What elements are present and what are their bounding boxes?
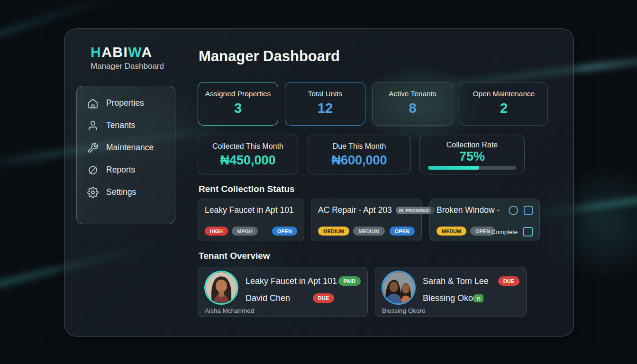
collection-progress-fill <box>428 166 479 170</box>
sidebar-item-label: Tenants <box>106 120 135 130</box>
brand-subtitle: Manager Dashboard <box>91 62 164 71</box>
stat-card-collected-this-month[interactable]: Collected This Month ₦450,000 <box>198 135 298 174</box>
stat-label: Collection Rate <box>420 141 524 149</box>
sidebar-item-label: Maintenance <box>106 143 154 153</box>
stat-label: Assigned Properties <box>198 90 278 98</box>
status-badge: OPEN <box>390 227 415 236</box>
maintenance-card[interactable]: AC Repair - Apt 203 IN_PROGRESS MEDIUM M… <box>311 199 422 241</box>
stat-card-total-units[interactable]: Total Units 12 <box>285 82 365 126</box>
category-badge: MPGH <box>232 227 258 236</box>
sidebar-item-label: Settings <box>106 187 136 197</box>
maintenance-title: AC Repair - Apt 203 <box>318 205 392 215</box>
stat-card-collection-rate[interactable]: Collection Rate 75% <box>419 135 525 174</box>
circle-outline-icon <box>509 206 518 215</box>
report-icon <box>87 164 99 176</box>
priority-badge: MEDIUM <box>318 227 349 236</box>
gear-icon <box>87 187 99 198</box>
priority-badge: HIGH <box>205 227 228 236</box>
user-icon <box>87 120 99 131</box>
square-outline-icon <box>524 206 533 215</box>
wrench-icon <box>87 142 99 154</box>
collection-progress-bar <box>428 166 516 170</box>
avatar-image-couple <box>383 272 414 303</box>
maintenance-title: Broken Window - <box>437 205 500 215</box>
maintenance-card[interactable]: Leaky Faucet in Apt 101 HIGH MPGH OPEN <box>198 199 304 241</box>
tenant-row-text: Blessing Okor <box>423 293 476 303</box>
progress-tag: IN_PROGRESS <box>396 207 435 214</box>
brand-name: HABIWA <box>91 44 164 60</box>
avatar-image-woman <box>206 272 237 303</box>
complete-checkbox[interactable] <box>523 227 533 237</box>
tenant-row-text: Leaky Faucet in Apt 101 <box>246 276 337 286</box>
stat-card-due-this-month[interactable]: Due This Month ₦600,000 <box>308 135 411 174</box>
stat-value: 12 <box>285 100 365 116</box>
stat-value: 3 <box>198 100 278 116</box>
home-icon <box>87 98 99 109</box>
sidebar-item-properties[interactable]: Properties <box>77 92 175 114</box>
status-badge: OPEN <box>272 227 297 236</box>
stat-value: 2 <box>460 100 547 116</box>
page-title: Manager Dashboard <box>199 48 340 65</box>
stat-label: Due This Month <box>308 142 410 151</box>
priority-badge: MEDUM <box>437 227 466 236</box>
stat-value: ₦600,000 <box>308 153 410 168</box>
stat-label: Total Units <box>285 90 365 98</box>
stat-card-open-maintenance[interactable]: Open Maintenance 2 <box>460 82 548 126</box>
stat-value: 8 <box>373 100 453 116</box>
sidebar: Properties Tenants Maintenance Reports <box>76 86 175 224</box>
sidebar-item-label: Properties <box>106 98 144 108</box>
tenant-card[interactable]: Leaky Faucet in Apt 101 PAID David Chen … <box>198 267 368 317</box>
maintenance-title: Leaky Faucet in Apt 101 <box>205 205 294 215</box>
dashboard-panel: HABIWA Manager Dashboard Properties Tena… <box>64 28 574 337</box>
paid-badge: PAID <box>338 276 361 286</box>
due-badge: DUE <box>313 293 334 303</box>
sidebar-item-maintenance[interactable]: Maintenance <box>77 136 175 159</box>
sidebar-item-tenants[interactable]: Tenants <box>77 114 175 136</box>
section-heading-rent-status: Rent Collection Status <box>199 184 295 194</box>
stat-value: ₦450,000 <box>198 153 298 168</box>
maintenance-card[interactable]: Broken Window - MEDUM OPEN Complete <box>429 199 540 241</box>
avatar <box>382 271 416 305</box>
complete-label: Complete <box>491 228 518 236</box>
badge-fragment: n <box>474 294 483 302</box>
sidebar-item-reports[interactable]: Reports <box>77 159 175 181</box>
tenant-row-text: David Chen <box>246 293 290 303</box>
stat-value: 75% <box>420 149 524 164</box>
stat-label: Open Maintenance <box>460 90 547 98</box>
tenant-caption: Blessing Okoro <box>382 307 426 314</box>
category-badge: MEDIUM <box>353 227 384 236</box>
avatar <box>204 271 238 305</box>
stat-card-active-tenants[interactable]: Active Tenants 8 <box>372 82 453 126</box>
due-badge: DUE <box>498 276 519 286</box>
stat-label: Collected This Month <box>198 142 298 151</box>
brand-logo: HABIWA Manager Dashboard <box>91 44 164 71</box>
sidebar-item-settings[interactable]: Settings <box>77 181 175 203</box>
tenant-caption: Aisha Mchanmed <box>205 307 254 314</box>
tenant-card[interactable]: Sarah & Tom Lee DUE Blessing Okor n Bles… <box>375 267 527 317</box>
section-heading-tenant-overview: Tenant Overview <box>199 251 270 261</box>
sidebar-item-label: Reports <box>106 165 135 175</box>
stat-label: Active Tenants <box>373 90 453 98</box>
stat-card-assigned-properties[interactable]: Assigned Properties 3 <box>198 82 278 126</box>
tenant-row-text: Sarah & Tom Lee <box>423 276 489 286</box>
